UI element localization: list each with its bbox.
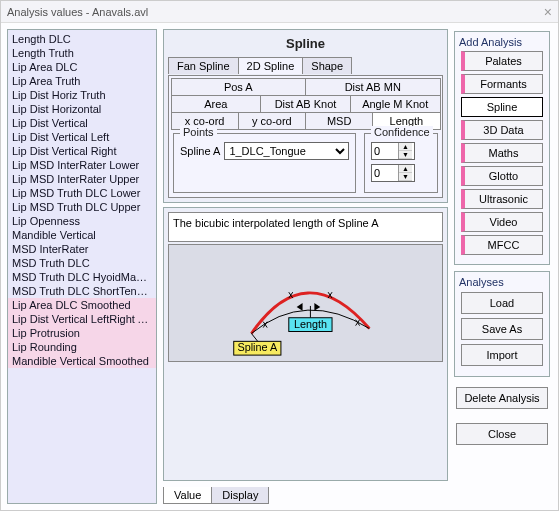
list-item[interactable]: MSD Truth DLC ShortTendonMandible xyxy=(8,284,156,298)
list-item[interactable]: Lip Area DLC Smoothed xyxy=(8,298,156,312)
mode-button[interactable]: Area xyxy=(171,95,262,113)
list-item[interactable]: Lip Dist Horizontal xyxy=(8,102,156,116)
window-title: Analysis values - Anavals.avl xyxy=(7,6,148,18)
content-area: Length DLCLength TruthLip Area DLCLip Ar… xyxy=(1,23,558,510)
button-row-2: AreaDist AB KnotAngle M Knot xyxy=(171,95,440,112)
spline-a-combo[interactable]: 1_DLC_Tongue xyxy=(224,142,349,160)
points-row: Spline A 1_DLC_Tongue xyxy=(180,142,349,160)
app-window: Analysis values - Anavals.avl × Length D… xyxy=(0,0,559,511)
list-item[interactable]: Lip MSD Truth DLC Upper xyxy=(8,200,156,214)
spline-panel: Spline Fan Spline2D SplineShape Pos ADis… xyxy=(163,29,448,203)
list-item[interactable]: Lip Dist Horiz Truth xyxy=(8,88,156,102)
add-analysis-button[interactable]: Maths xyxy=(461,143,543,163)
list-item[interactable]: Lip MSD Truth DLC Lower xyxy=(8,186,156,200)
list-item[interactable]: Lip Dist Vertical LeftRight Avg xyxy=(8,312,156,326)
confidence-legend: Confidence xyxy=(371,126,433,138)
list-item[interactable]: Lip Area Truth xyxy=(8,74,156,88)
confidence-spin-2[interactable]: ▲▼ xyxy=(371,164,415,182)
mode-button[interactable]: Dist AB Knot xyxy=(260,95,351,113)
confidence-input-2[interactable] xyxy=(372,166,398,180)
spline-tab[interactable]: 2D Spline xyxy=(238,57,304,74)
list-item[interactable]: Lip Openness xyxy=(8,214,156,228)
points-fieldset: Points Spline A 1_DLC_Tongue xyxy=(173,133,356,193)
spline-a-diagram-label: Spline A xyxy=(238,341,278,353)
spline-tab[interactable]: Shape xyxy=(302,57,352,74)
list-item[interactable]: Length DLC xyxy=(8,32,156,46)
list-item[interactable]: Lip Protrusion xyxy=(8,326,156,340)
list-item[interactable]: Lip Rounding xyxy=(8,340,156,354)
bottom-tabs: ValueDisplay xyxy=(163,487,448,504)
list-item[interactable]: Lip Dist Vertical xyxy=(8,116,156,130)
bottom-tab[interactable]: Value xyxy=(163,487,212,504)
spline-a-label: Spline A xyxy=(180,145,220,157)
right-column: Add Analysis PalatesFormantsSpline3D Dat… xyxy=(454,29,550,504)
spline-tabs: Fan Spline2D SplineShape xyxy=(168,57,443,74)
list-item[interactable]: Lip MSD InterRater Upper xyxy=(8,172,156,186)
add-analysis-button[interactable]: Ultrasonic xyxy=(461,189,543,209)
spline-tab[interactable]: Fan Spline xyxy=(168,57,239,74)
svg-marker-8 xyxy=(314,303,320,311)
list-item[interactable]: MSD InterRater xyxy=(8,242,156,256)
mode-button[interactable]: Dist AB MN xyxy=(305,78,441,96)
add-analysis-button[interactable]: Spline xyxy=(461,97,543,117)
add-analysis-button[interactable]: Video xyxy=(461,212,543,232)
spinner-arrows[interactable]: ▲▼ xyxy=(398,143,412,159)
description-panel: The bicubic interpolated length of Splin… xyxy=(163,207,448,481)
add-analysis-button[interactable]: Glotto xyxy=(461,166,543,186)
add-analysis-button[interactable]: Formants xyxy=(461,74,543,94)
analyses-button[interactable]: Load xyxy=(461,292,543,314)
analyses-title: Analyses xyxy=(459,276,545,288)
list-item[interactable]: Mandible Vertical xyxy=(8,228,156,242)
close-icon[interactable]: × xyxy=(544,4,552,20)
list-item[interactable]: MSD Truth DLC HyoidMandible xyxy=(8,270,156,284)
length-diagram-label: Length xyxy=(294,318,327,330)
add-analysis-title: Add Analysis xyxy=(459,36,545,48)
add-analysis-button[interactable]: MFCC xyxy=(461,235,543,255)
button-row-1: Pos ADist AB MN xyxy=(171,78,440,95)
mode-button[interactable]: Angle M Knot xyxy=(350,95,441,113)
add-analysis-group: Add Analysis PalatesFormantsSpline3D Dat… xyxy=(454,31,550,265)
list-item[interactable]: Lip Dist Vertical Right xyxy=(8,144,156,158)
confidence-spin-1[interactable]: ▲▼ xyxy=(371,142,415,160)
add-analysis-button[interactable]: Palates xyxy=(461,51,543,71)
add-analysis-button[interactable]: 3D Data xyxy=(461,120,543,140)
confidence-input-1[interactable] xyxy=(372,144,398,158)
close-button[interactable]: Close xyxy=(456,423,548,445)
svg-marker-9 xyxy=(297,303,303,311)
spinner-arrows[interactable]: ▲▼ xyxy=(398,165,412,181)
analysis-list[interactable]: Length DLCLength TruthLip Area DLCLip Ar… xyxy=(7,29,157,504)
spline-diagram: Spline A Length xyxy=(168,244,443,362)
analyses-button[interactable]: Save As xyxy=(461,318,543,340)
bottom-tab[interactable]: Display xyxy=(211,487,269,504)
list-item[interactable]: Mandible Vertical Smoothed xyxy=(8,354,156,368)
list-item[interactable]: Lip Area DLC xyxy=(8,60,156,74)
list-item[interactable]: Lip MSD InterRater Lower xyxy=(8,158,156,172)
analyses-button[interactable]: Import xyxy=(461,344,543,366)
confidence-fieldset: Confidence ▲▼ ▲▼ xyxy=(364,133,438,193)
description-text: The bicubic interpolated length of Splin… xyxy=(168,212,443,242)
analyses-group: Analyses LoadSave AsImport xyxy=(454,271,550,377)
points-legend: Points xyxy=(180,126,217,138)
list-item[interactable]: Length Truth xyxy=(8,46,156,60)
list-item[interactable]: MSD Truth DLC xyxy=(8,256,156,270)
list-item[interactable]: Lip Dist Vertical Left xyxy=(8,130,156,144)
mode-button[interactable]: y co-ord xyxy=(238,112,306,130)
mode-button[interactable]: MSD xyxy=(305,112,373,130)
mode-button[interactable]: Pos A xyxy=(171,78,307,96)
center-column: Spline Fan Spline2D SplineShape Pos ADis… xyxy=(163,29,448,504)
delete-analysis-button[interactable]: Delete Analysis xyxy=(456,387,548,409)
spline-tab-content: Pos ADist AB MN AreaDist AB KnotAngle M … xyxy=(168,75,443,198)
panel-title: Spline xyxy=(168,34,443,57)
titlebar: Analysis values - Anavals.avl × xyxy=(1,1,558,23)
